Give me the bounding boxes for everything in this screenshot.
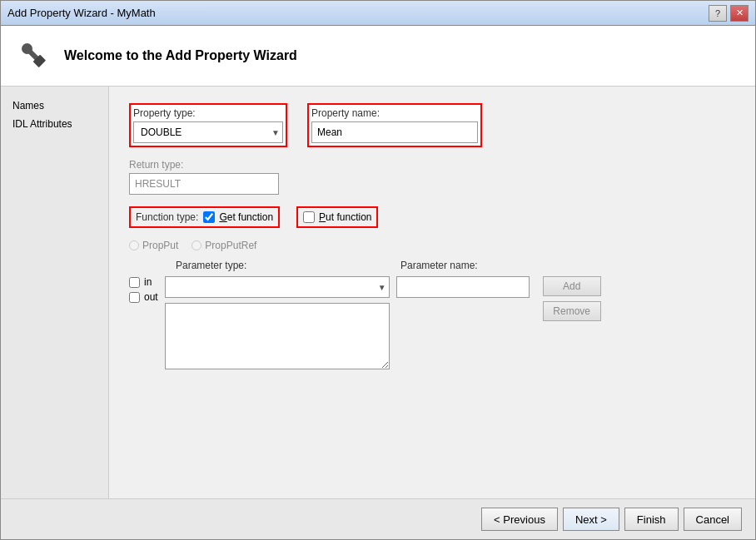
content-area: Names IDL Attributes Property type: DOUB… bbox=[1, 87, 755, 498]
propput-label: PropPut bbox=[142, 240, 178, 251]
return-type-input bbox=[129, 173, 279, 195]
property-name-label: Property name: bbox=[311, 107, 478, 119]
footer: < Previous Next > Finish Cancel bbox=[1, 498, 755, 539]
get-function-label: Get function bbox=[219, 211, 273, 223]
window-body: Welcome to the Add Property Wizard Names… bbox=[1, 26, 755, 539]
remove-button[interactable]: Remove bbox=[543, 301, 601, 321]
put-function-label: Put function bbox=[319, 211, 371, 223]
in-label: in bbox=[144, 276, 152, 288]
spacer bbox=[129, 260, 176, 271]
param-headers-row: Parameter type: Parameter name: bbox=[129, 260, 735, 271]
add-remove-buttons: Add Remove bbox=[543, 276, 601, 369]
help-button[interactable]: ? bbox=[709, 5, 727, 22]
parameter-section: Parameter type: Parameter name: in bbox=[129, 260, 735, 369]
get-function-checkbox[interactable] bbox=[203, 211, 215, 223]
finish-button[interactable]: Finish bbox=[624, 508, 679, 531]
previous-button[interactable]: < Previous bbox=[481, 508, 558, 531]
sidebar-item-idl[interactable]: IDL Attributes bbox=[7, 115, 102, 133]
param-type-header: Parameter type: bbox=[176, 260, 400, 271]
return-type-label: Return type: bbox=[129, 159, 735, 171]
property-type-select-wrapper: DOUBLE FLOAT INT LONG BSTR BOOL VARIANT … bbox=[133, 121, 283, 143]
param-checkboxes: in out bbox=[129, 276, 158, 369]
close-button[interactable]: ✕ bbox=[730, 5, 749, 22]
propput-radio[interactable] bbox=[129, 240, 139, 250]
wrench-icon bbox=[17, 39, 51, 72]
window-title: Add Property Wizard - MyMath bbox=[7, 7, 156, 19]
out-checkbox-label[interactable]: out bbox=[129, 291, 158, 303]
out-label: out bbox=[144, 291, 158, 303]
property-name-block: Property name: bbox=[307, 103, 482, 147]
get-function-outline: Function type: Get function bbox=[129, 206, 280, 228]
property-name-outline: Property name: bbox=[307, 103, 482, 147]
param-name-header: Parameter name: bbox=[400, 260, 478, 271]
main-content: Property type: DOUBLE FLOAT INT LONG BST… bbox=[109, 87, 755, 498]
put-function-outline: Put function bbox=[296, 206, 378, 228]
param-inputs-column: ▼ bbox=[165, 276, 530, 369]
property-type-outline: Property type: DOUBLE FLOAT INT LONG BST… bbox=[129, 103, 287, 147]
propputref-radio[interactable] bbox=[191, 240, 201, 250]
propputref-radio-label[interactable]: PropPutRef bbox=[191, 240, 256, 251]
property-type-select[interactable]: DOUBLE FLOAT INT LONG BSTR BOOL VARIANT bbox=[133, 121, 283, 143]
title-bar: Add Property Wizard - MyMath ? ✕ bbox=[1, 1, 755, 26]
property-type-block: Property type: DOUBLE FLOAT INT LONG BST… bbox=[129, 103, 287, 147]
propput-section: PropPut PropPutRef bbox=[129, 240, 735, 251]
header-section: Welcome to the Add Property Wizard bbox=[1, 26, 755, 87]
title-bar-buttons: ? ✕ bbox=[709, 5, 749, 22]
propput-radio-label[interactable]: PropPut bbox=[129, 240, 178, 251]
property-name-input[interactable] bbox=[311, 121, 478, 143]
function-type-label: Function type: bbox=[136, 211, 198, 223]
param-type-wrapper: ▼ bbox=[165, 276, 390, 298]
add-button[interactable]: Add bbox=[543, 276, 601, 296]
header-title: Welcome to the Add Property Wizard bbox=[64, 48, 297, 63]
out-checkbox[interactable] bbox=[129, 292, 140, 303]
return-type-section: Return type: bbox=[129, 159, 735, 195]
put-function-checkbox[interactable] bbox=[303, 211, 315, 223]
wizard-window: Add Property Wizard - MyMath ? ✕ Welcome… bbox=[0, 0, 756, 540]
get-function-checkbox-label[interactable]: Get function bbox=[203, 211, 273, 223]
param-top-row: ▼ bbox=[165, 276, 530, 298]
param-type-select[interactable] bbox=[165, 276, 390, 298]
in-checkbox-label[interactable]: in bbox=[129, 276, 158, 288]
param-controls-row: in out ▼ bbox=[129, 276, 735, 369]
top-field-group: Property type: DOUBLE FLOAT INT LONG BST… bbox=[129, 103, 735, 147]
function-type-section: Function type: Get function Put function bbox=[129, 206, 735, 228]
put-function-checkbox-label[interactable]: Put function bbox=[303, 211, 371, 223]
sidebar: Names IDL Attributes bbox=[1, 87, 109, 498]
cancel-button[interactable]: Cancel bbox=[684, 508, 742, 531]
propputref-label: PropPutRef bbox=[205, 240, 256, 251]
property-type-label: Property type: bbox=[133, 107, 283, 119]
next-button[interactable]: Next > bbox=[563, 508, 619, 531]
param-list-box[interactable] bbox=[165, 303, 390, 369]
in-checkbox[interactable] bbox=[129, 277, 140, 288]
sidebar-item-names[interactable]: Names bbox=[7, 97, 102, 115]
param-name-input[interactable] bbox=[396, 276, 530, 298]
